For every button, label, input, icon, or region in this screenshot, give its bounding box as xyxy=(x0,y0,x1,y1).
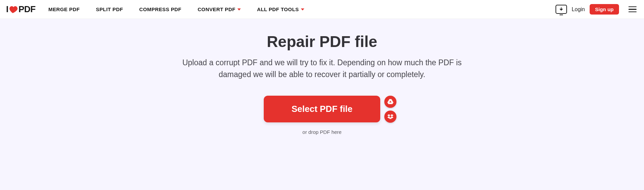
dropbox-icon xyxy=(387,114,393,119)
main-header: I PDF MERGE PDF SPLIT PDF COMPRESS PDF C… xyxy=(0,0,644,19)
google-drive-button[interactable] xyxy=(384,96,396,108)
header-actions: Login Sign up xyxy=(556,4,638,15)
logo-suffix: PDF xyxy=(19,4,36,15)
main-content: Repair PDF file Upload a corrupt PDF and… xyxy=(0,19,644,135)
dropbox-button[interactable] xyxy=(384,111,396,123)
logo[interactable]: I PDF xyxy=(6,4,35,15)
download-icon xyxy=(559,7,564,12)
heart-icon xyxy=(9,5,18,14)
signup-button[interactable]: Sign up xyxy=(590,4,619,15)
caret-down-icon xyxy=(237,8,241,10)
page-title: Repair PDF file xyxy=(267,32,377,51)
upload-controls: Select PDF file xyxy=(264,96,380,122)
main-nav: MERGE PDF SPLIT PDF COMPRESS PDF CONVERT… xyxy=(48,6,304,12)
login-link[interactable]: Login xyxy=(572,6,585,13)
desktop-download-button[interactable] xyxy=(556,5,567,14)
nav-merge[interactable]: MERGE PDF xyxy=(48,6,80,12)
nav-compress[interactable]: COMPRESS PDF xyxy=(139,6,181,12)
nav-all-tools[interactable]: ALL PDF TOOLS xyxy=(257,6,304,12)
hamburger-menu-button[interactable] xyxy=(627,5,638,14)
logo-prefix: I xyxy=(6,4,8,15)
nav-convert[interactable]: CONVERT PDF xyxy=(198,6,241,12)
select-file-button[interactable]: Select PDF file xyxy=(264,96,380,122)
caret-down-icon xyxy=(301,8,304,10)
cloud-upload-buttons xyxy=(384,96,396,123)
page-subtitle: Upload a corrupt PDF and we will try to … xyxy=(177,57,467,80)
nav-split[interactable]: SPLIT PDF xyxy=(96,6,123,12)
google-drive-icon xyxy=(387,99,393,104)
drop-hint: or drop PDF here xyxy=(303,129,342,135)
